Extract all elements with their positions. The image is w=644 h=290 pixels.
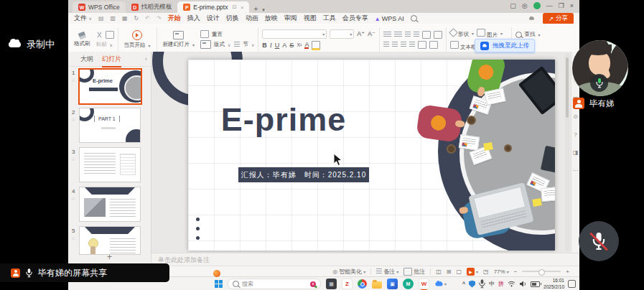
menu-insert[interactable]: 插入 (187, 14, 200, 23)
wifi-icon[interactable] (508, 281, 515, 287)
skin-icon[interactable]: ◎ (522, 1, 528, 10)
share-button[interactable]: ↗分享 (543, 13, 574, 24)
menu-home[interactable]: 开始 (168, 14, 181, 23)
search-icon[interactable] (411, 15, 417, 22)
section-button[interactable]: 节∨ (234, 41, 254, 48)
panel-icon-b[interactable]: ⊙ (573, 113, 578, 120)
new-tab-button[interactable]: + (253, 5, 258, 13)
fullscreen-icon[interactable]: ◳ (483, 268, 489, 275)
save-icon[interactable]: ▤ (98, 15, 104, 22)
smart-beautify-button[interactable]: ◎智能美化▾ (332, 268, 365, 276)
cloud-sync-icon[interactable] (529, 17, 534, 19)
numbering-icon[interactable] (394, 32, 402, 38)
account-avatar-icon[interactable] (533, 2, 541, 9)
menu-review[interactable]: 审阅 (284, 14, 297, 23)
slide-thumbnail-1[interactable]: E-prime (78, 68, 142, 105)
tray-mic-icon[interactable] (479, 279, 485, 289)
shapes-button[interactable]: 形状 (450, 29, 469, 38)
undo-icon[interactable]: ↶ (145, 15, 150, 22)
play-slideshow-button[interactable]: ▶▾ (467, 268, 478, 276)
ime-mode-indicator[interactable]: 中 (489, 280, 495, 288)
taskbar-app-z[interactable]: Z (342, 279, 353, 289)
align-left-icon[interactable] (383, 42, 389, 47)
help-icon[interactable]: ? (574, 131, 577, 138)
floating-app-icon[interactable] (213, 270, 220, 277)
notes-bar[interactable]: 单击此处添加备注 (151, 253, 579, 266)
justify-icon[interactable] (409, 42, 415, 47)
menu-member[interactable]: 会员专享 (342, 14, 368, 23)
maximize-button[interactable]: ❐ (559, 1, 564, 10)
textbox-button[interactable]: 文本框 (450, 41, 477, 51)
reset-button[interactable]: 重置 (200, 30, 230, 38)
tab-slides[interactable]: 幻灯片 (102, 55, 121, 64)
add-slide-button[interactable]: + (107, 252, 112, 262)
security-shield-icon[interactable] (469, 281, 475, 288)
tab-docer-template[interactable]: D 找稻壳模板 (126, 1, 178, 13)
slide-title[interactable]: E-prime (210, 101, 358, 139)
menu-view[interactable]: 视图 (304, 14, 317, 23)
tab-pin-icon[interactable]: ⊡ (232, 4, 236, 10)
slide-thumbnail-3[interactable] (79, 147, 141, 182)
panel-icon-c[interactable]: ◨ (573, 149, 579, 156)
ime-pinyin-indicator[interactable]: 拼 (498, 280, 504, 288)
refresh-icon[interactable]: ↻ (134, 15, 139, 22)
underline-button[interactable]: U (275, 42, 280, 49)
view-normal-icon[interactable]: ◫ (436, 268, 442, 275)
editing-canvas[interactable]: E-prime 汇报人：毕有娣 时间：2025.2.10 (151, 52, 571, 253)
start-button[interactable] (215, 280, 223, 288)
font-size-select[interactable]: ▾ (330, 29, 354, 39)
slide-thumbnail-2[interactable]: PART 1 (79, 108, 141, 143)
zoom-level[interactable]: 77%▾ (494, 268, 509, 275)
notes-button[interactable]: 备注▾ (376, 268, 398, 276)
decrease-indent-icon[interactable] (405, 32, 411, 37)
picture-button[interactable]: 图片 (477, 29, 498, 39)
align-text-icon[interactable] (429, 41, 438, 49)
bullets-icon[interactable] (383, 32, 391, 38)
tray-expand-icon[interactable]: ^ (462, 281, 465, 286)
menu-animation[interactable]: 动画 (246, 14, 258, 23)
format-painter-button[interactable]: 格式刷 (72, 26, 93, 53)
comments-button[interactable]: 批注 (403, 268, 425, 276)
font-family-select[interactable]: ▾ (262, 29, 327, 39)
star-icon[interactable]: ☆ (71, 117, 75, 123)
cut-icon[interactable] (96, 32, 103, 38)
battery-icon[interactable] (531, 281, 540, 287)
file-explorer-icon[interactable] (372, 281, 382, 289)
close-button[interactable]: × (570, 1, 574, 10)
paste-button[interactable]: 粘贴∨ (96, 41, 114, 48)
scrollbar-thumb[interactable] (566, 57, 569, 118)
zoom-in-button[interactable]: + (566, 268, 569, 275)
taskbar-app-teal[interactable]: M (403, 279, 414, 289)
minimize-button[interactable]: ― (546, 1, 553, 10)
volume-icon[interactable] (519, 281, 527, 287)
taskbar-app-blue[interactable]: ▣ (387, 279, 398, 289)
columns-icon[interactable] (418, 41, 426, 49)
redo-icon[interactable]: ↷ (157, 15, 162, 22)
export-icon[interactable]: ▥ (110, 15, 116, 22)
taskbar-app-dark[interactable]: ▦ (326, 279, 337, 289)
zoom-out-button[interactable]: − (514, 268, 518, 275)
tab-current-document[interactable]: P E-prime.pptx ⊡ × (177, 1, 249, 13)
wps-taskbar-icon[interactable]: W (419, 279, 429, 289)
participant-mic-indicator[interactable] (590, 74, 608, 92)
tray-clock[interactable]: 16:012025/2/10 (543, 278, 564, 290)
strikethrough-button[interactable]: S (289, 42, 294, 49)
star-icon[interactable]: ☆ (71, 78, 75, 83)
zoom-slider[interactable] (522, 271, 561, 272)
text-direction-icon[interactable] (434, 31, 442, 39)
slide-thumbnail-5[interactable] (79, 226, 141, 255)
view-sorter-icon[interactable]: ⊞ (447, 268, 452, 275)
increase-indent-icon[interactable] (414, 32, 419, 37)
decrease-font-button[interactable]: A⁻ (368, 30, 375, 37)
layout-mode-icon[interactable]: ▢ (510, 1, 516, 10)
tab-list-caret[interactable]: ▾ (262, 7, 265, 13)
vertical-scrollbar[interactable] (565, 53, 569, 251)
star-icon[interactable]: ☆ (71, 156, 75, 162)
char-spacing-button[interactable]: A (282, 42, 286, 49)
find-button[interactable]: 查找▾ (515, 31, 541, 38)
increase-font-button[interactable]: A⁺ (357, 30, 365, 37)
highlight-color-button[interactable] (312, 41, 320, 50)
zoom-slider-handle[interactable] (538, 269, 545, 276)
collapse-panel-icon[interactable]: ‹ (145, 55, 147, 62)
wps-cloud-icon[interactable]: ▾ (434, 281, 447, 286)
